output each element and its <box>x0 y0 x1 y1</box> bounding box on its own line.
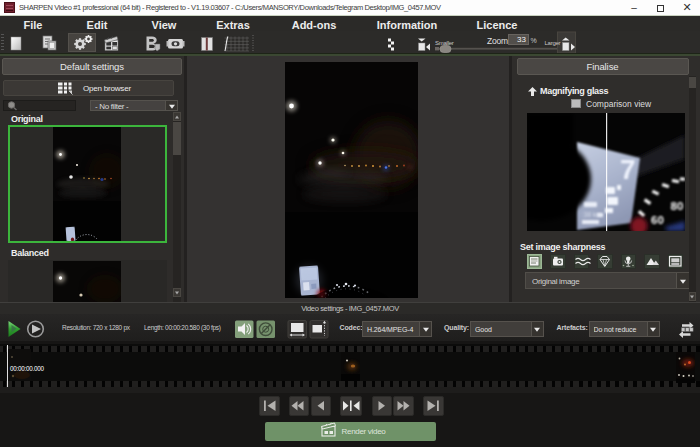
svg-text::38 km: :38 km <box>582 211 602 218</box>
svg-text:7: 7 <box>620 154 636 185</box>
svg-text:60: 60 <box>651 213 664 225</box>
svg-text:80: 80 <box>671 200 684 212</box>
